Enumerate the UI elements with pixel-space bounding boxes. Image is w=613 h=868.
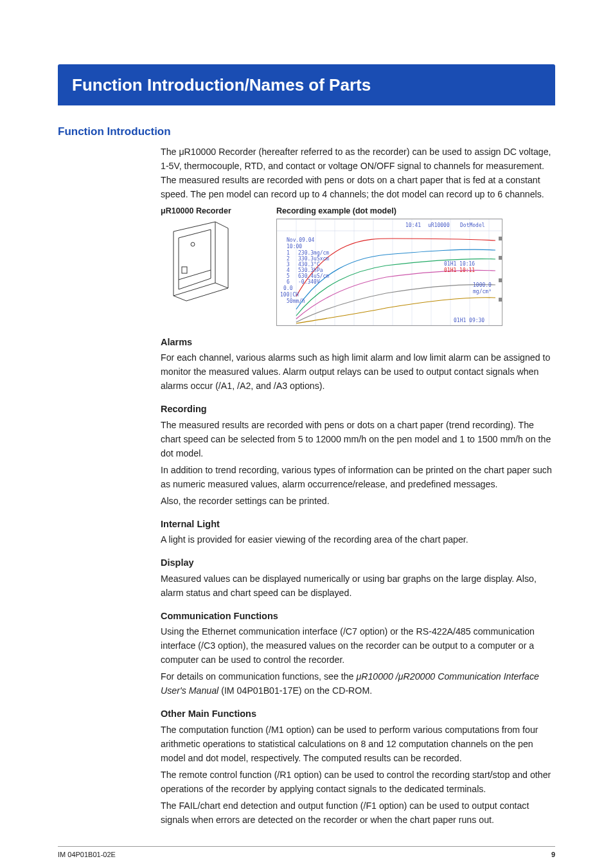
svg-text:DotModel: DotModel <box>460 222 485 228</box>
svg-text:1000.0: 1000.0 <box>473 282 492 288</box>
display-body: Measured values can be displayed numeric… <box>161 572 555 600</box>
svg-text:230.3mg/cm: 230.3mg/cm <box>298 250 329 256</box>
comm-heading: Communication Functions <box>161 609 555 623</box>
content-body: The μR10000 Recorder (hereafter referred… <box>161 145 555 827</box>
footer-page-number: 9 <box>551 849 555 860</box>
svg-text:01H1 10:16: 01H1 10:16 <box>444 261 475 267</box>
figure-device-label: μR10000 Recorder <box>161 205 238 217</box>
svg-text:-0.340V: -0.340V <box>298 279 320 285</box>
figure-row: μR10000 Recorder Recording <box>161 205 555 326</box>
other-p1: The computation function (/M1 option) ca… <box>161 723 555 765</box>
other-heading: Other Main Functions <box>161 707 555 721</box>
recording-heading: Recording <box>161 402 555 416</box>
recording-p3: Also, the recorder settings can be print… <box>161 494 555 508</box>
svg-text:1: 1 <box>287 250 290 256</box>
svg-text:4: 4 <box>287 267 290 273</box>
other-p2: The remote control function (/R1 option)… <box>161 768 555 796</box>
svg-text:01H1 10:11: 01H1 10:11 <box>444 267 475 273</box>
chart-illustration: 10:41 uR10000 DotModel Nov.09.04 10:00 1… <box>276 219 502 326</box>
svg-text:01H1 09:30: 01H1 09:30 <box>454 318 484 323</box>
svg-text:6: 6 <box>287 279 290 285</box>
display-heading: Display <box>161 556 555 570</box>
svg-text:2: 2 <box>287 256 290 262</box>
comm-p2-suffix: (IM 04P01B01-17E) on the CD-ROM. <box>218 685 372 696</box>
alarms-body: For each channel, various alarms such as… <box>161 350 555 393</box>
svg-text:mg/cm³: mg/cm³ <box>473 289 492 294</box>
page-footer: IM 04P01B01-02E 9 <box>58 846 555 860</box>
figure-device: μR10000 Recorder <box>161 205 238 305</box>
section-title: Function Introduction <box>58 123 555 140</box>
svg-text:Nov.09.04: Nov.09.04 <box>287 237 315 243</box>
alarms-heading: Alarms <box>161 335 555 349</box>
comm-p2-prefix: For details on communication functions, … <box>161 671 356 682</box>
svg-text:330.3uSxcm: 330.3uSxcm <box>298 256 329 262</box>
svg-text:0.0: 0.0 <box>283 285 293 291</box>
svg-text:5: 5 <box>287 273 290 279</box>
svg-text:uR10000: uR10000 <box>428 222 450 228</box>
other-p3: The FAIL/chart end detection and output … <box>161 799 555 827</box>
svg-text:50mm/h: 50mm/h <box>287 298 305 304</box>
svg-text:430.3°C: 430.3°C <box>298 262 320 267</box>
recording-p2: In addition to trend recording, various … <box>161 463 555 491</box>
page-banner: Function Introduction/Names of Parts <box>58 64 555 105</box>
light-body: A light is provided for easier viewing o… <box>161 532 555 547</box>
intro-paragraph: The μR10000 Recorder (hereafter referred… <box>161 145 555 201</box>
svg-text:100|CH: 100|CH <box>280 292 299 298</box>
svg-text:530.3hPa: 530.3hPa <box>298 267 323 273</box>
figure-chart-label: Recording example (dot model) <box>276 205 502 217</box>
recording-p1: The measured results are recorded with p… <box>161 418 555 460</box>
comm-p1: Using the Ethernet communication interfa… <box>161 624 555 667</box>
svg-text:630.4uS/cm: 630.4uS/cm <box>298 273 329 279</box>
figure-chart: Recording example (dot model) <box>276 205 502 326</box>
light-heading: Internal Light <box>161 517 555 531</box>
comm-p2: For details on communication functions, … <box>161 669 555 698</box>
svg-text:3: 3 <box>287 262 290 267</box>
device-illustration <box>161 219 238 305</box>
svg-text:10:41: 10:41 <box>405 222 421 228</box>
footer-doc-id: IM 04P01B01-02E <box>58 849 116 860</box>
svg-text:10:00: 10:00 <box>287 244 302 249</box>
svg-marker-1 <box>179 230 211 289</box>
